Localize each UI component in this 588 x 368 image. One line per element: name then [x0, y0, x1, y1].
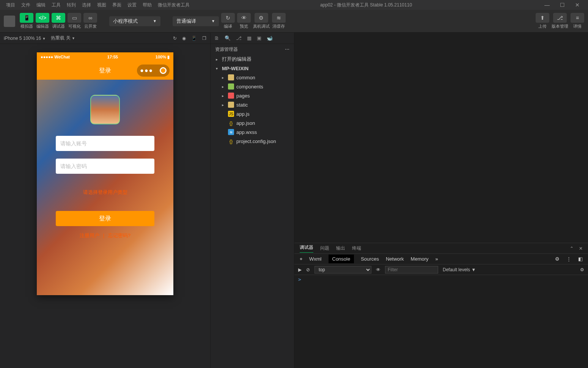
- maximize-icon[interactable]: ☐: [555, 2, 570, 8]
- more-icon[interactable]: ⋯: [285, 47, 289, 52]
- folder-static[interactable]: ▸static: [211, 100, 294, 109]
- close-icon[interactable]: ✕: [570, 2, 585, 8]
- upload-button[interactable]: ⬆: [536, 13, 549, 23]
- editor-area: [294, 33, 588, 243]
- close-panel-icon[interactable]: ✕: [579, 246, 583, 251]
- menu-file[interactable]: 文件: [18, 2, 33, 8]
- menu-ui[interactable]: 界面: [109, 2, 124, 8]
- mode-select[interactable]: 小程序模式▼: [109, 16, 160, 26]
- search-icon[interactable]: 🔍: [225, 35, 231, 41]
- docker-icon[interactable]: 🐋: [267, 35, 273, 41]
- tab-terminal[interactable]: 终端: [352, 245, 361, 252]
- editor-debugger-pane: 调试器 问题 输出 终端 ⌃ ✕ ⌖ Wxml Console Sources …: [294, 33, 588, 368]
- menu-goto[interactable]: 转到: [64, 2, 79, 8]
- tab-output[interactable]: 输出: [336, 245, 345, 252]
- menu-view[interactable]: 视图: [94, 2, 109, 8]
- folder-components[interactable]: ▸components: [211, 82, 294, 91]
- hotreload-select[interactable]: 热重载 关 ▼: [51, 35, 75, 41]
- eye-icon[interactable]: 👁: [376, 267, 380, 272]
- settings-icon[interactable]: ⚙: [580, 267, 584, 272]
- minimize-icon[interactable]: —: [539, 2, 555, 8]
- git-icon[interactable]: ⎇: [236, 35, 242, 41]
- tab-memory[interactable]: Memory: [411, 256, 429, 262]
- file-projectconfig[interactable]: {}project.config.json: [211, 137, 294, 146]
- levels-select[interactable]: Default levels ▼: [443, 267, 476, 272]
- debug-icon[interactable]: ▣: [257, 35, 261, 41]
- clear-cache-button[interactable]: ≋: [272, 13, 286, 23]
- compile-mode-select[interactable]: 普通编译▼: [173, 16, 219, 26]
- clear-icon[interactable]: ⊘: [306, 267, 310, 272]
- version-button[interactable]: ⎇: [553, 13, 567, 23]
- play-icon[interactable]: ▶: [298, 267, 302, 272]
- context-select[interactable]: top: [314, 266, 371, 274]
- opened-editors[interactable]: ▸打开的编辑器: [211, 55, 294, 64]
- password-input[interactable]: [56, 159, 154, 174]
- titlebar: 项目 文件 编辑 工具 转到 选择 视图 界面 设置 帮助 微信开发者工具 ap…: [0, 0, 588, 10]
- editor-button[interactable]: </>: [36, 13, 49, 23]
- inspect-icon[interactable]: ⌖: [300, 256, 302, 262]
- kebab-icon[interactable]: ⋮: [566, 256, 571, 262]
- files-icon[interactable]: 🗎: [214, 35, 219, 41]
- explorer-pane: 🗎 🔍 ⎇ ▦ ▣ 🐋 资源管理器 ⋯ ▸打开的编辑器 ▾MP-WEIXIN ▸…: [210, 33, 294, 368]
- user-type-hint[interactable]: 请选择登录用户类型: [83, 189, 127, 196]
- tab-sources[interactable]: Sources: [361, 256, 379, 262]
- file-appjson[interactable]: {}app.json: [211, 118, 294, 127]
- tab-console[interactable]: Console: [329, 255, 354, 263]
- tab-problems[interactable]: 问题: [320, 245, 329, 252]
- login-button[interactable]: 登录: [56, 211, 154, 226]
- app-logo: [90, 95, 120, 124]
- menu-help[interactable]: 帮助: [140, 2, 155, 8]
- detail-button[interactable]: ≡: [571, 13, 584, 23]
- menu-project[interactable]: 项目: [3, 2, 18, 8]
- cloud-button[interactable]: ∞: [83, 13, 97, 23]
- ext-icon[interactable]: ▦: [247, 35, 252, 41]
- menu-select[interactable]: 选择: [79, 2, 94, 8]
- tab-debugger[interactable]: 调试器: [300, 244, 313, 253]
- file-appwxss[interactable]: ≋app.wxss: [211, 127, 294, 137]
- simulator-pane: iPhone 5 100% 16 ▼ 热重载 关 ▼ ↻ ◉ 📱 ❐ ●●●●●…: [0, 33, 210, 368]
- preview-button[interactable]: 👁: [237, 13, 251, 23]
- window-title: app02 - 微信开发者工具 Stable 1.05.2110110: [193, 2, 539, 8]
- simulator-button[interactable]: 📱: [20, 13, 33, 23]
- toolbar: 📱模拟器 </>编辑器 ⌘调试器 ▭可视化 ∞云开发 小程序模式▼ 普通编译▼ …: [0, 10, 588, 33]
- page-title: 登录: [99, 67, 111, 75]
- gear-icon[interactable]: ⚙: [555, 256, 560, 262]
- compile-button[interactable]: ↻: [221, 13, 235, 23]
- visual-button[interactable]: ▭: [68, 13, 81, 23]
- avatar[interactable]: [4, 16, 15, 27]
- popout-icon[interactable]: ❐: [202, 36, 206, 41]
- account-input[interactable]: [56, 136, 154, 151]
- phone-simulator: ●●●●● WeChat 17:55 100% ▮ 登录 ●●● 请选择登录用户…: [37, 52, 173, 295]
- nav-bar: 登录 ●●●: [37, 61, 173, 80]
- register-link[interactable]: 注册用户: [80, 233, 99, 238]
- tab-wxml[interactable]: Wxml: [309, 256, 322, 262]
- capsule-button[interactable]: ●●●: [137, 64, 170, 77]
- device-icon[interactable]: 📱: [191, 36, 197, 41]
- filter-input[interactable]: [385, 266, 438, 274]
- console-output[interactable]: >: [294, 275, 588, 368]
- root-folder[interactable]: ▾MP-WEIXIN: [211, 64, 294, 73]
- folder-pages[interactable]: ▸pages: [211, 91, 294, 100]
- remote-debug-button[interactable]: ⚙: [255, 13, 268, 23]
- file-appjs[interactable]: JSapp.js: [211, 109, 294, 118]
- forgot-link[interactable]: 忘记密码?: [108, 233, 130, 238]
- folder-common[interactable]: ▸common: [211, 73, 294, 82]
- tab-network[interactable]: Network: [386, 256, 404, 262]
- explorer-title: 资源管理器: [215, 46, 238, 53]
- stop-icon[interactable]: ◉: [182, 36, 186, 41]
- debugger-panel: 调试器 问题 输出 终端 ⌃ ✕ ⌖ Wxml Console Sources …: [294, 243, 588, 368]
- device-select[interactable]: iPhone 5 100% 16 ▼: [4, 36, 46, 41]
- menu-tools[interactable]: 工具: [49, 2, 64, 8]
- debugger-button[interactable]: ⌘: [52, 13, 65, 23]
- menu-edit[interactable]: 编辑: [33, 2, 49, 8]
- status-bar: ●●●●● WeChat 17:55 100% ▮: [37, 52, 173, 61]
- dock-icon[interactable]: ◧: [578, 256, 583, 262]
- more-tabs-icon[interactable]: »: [435, 256, 438, 262]
- menu-wechatdev[interactable]: 微信开发者工具: [155, 2, 193, 8]
- refresh-icon[interactable]: ↻: [173, 36, 177, 41]
- menu-settings[interactable]: 设置: [124, 2, 140, 8]
- chevron-up-icon[interactable]: ⌃: [570, 246, 574, 251]
